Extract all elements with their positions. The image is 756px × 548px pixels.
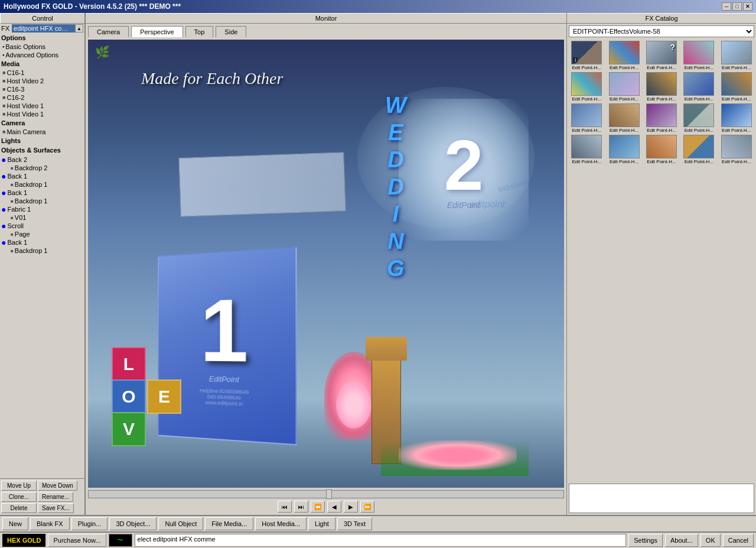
media-host-video-2[interactable]: ■Host Video 2 [0, 77, 84, 85]
blank-fx-button[interactable]: Blank FX [30, 517, 70, 530]
advanced-options-item[interactable]: ▪ Advanced Options [0, 51, 84, 59]
backdrop1-item-b[interactable]: ■Backdrop 1 [0, 197, 84, 205]
move-up-button[interactable]: Move Up [1, 481, 37, 491]
media-host-video-1b[interactable]: ■Host Video 1 [0, 110, 84, 118]
close-button[interactable]: ✕ [743, 2, 752, 11]
v01-item[interactable]: ■V01 [0, 214, 84, 221]
fx-thumb-16[interactable]: Edit Point-H... [569, 135, 604, 164]
options-section: Options ▪ Basic Options ▪ Advanced Optio… [0, 33, 84, 59]
cancel-button[interactable]: Cancel [723, 534, 754, 547]
fx-thumb-img-15 [721, 103, 752, 127]
minimize-button[interactable]: ─ [722, 2, 731, 11]
fx-thumb-1[interactable]: 1 Edit Point-H... [569, 41, 604, 70]
fx-thumb-11[interactable]: Edit Point-H... [569, 103, 604, 133]
watermark-editpoint: editpoint [470, 199, 506, 210]
back1-item-a[interactable]: ●Back 1 [0, 171, 84, 181]
move-down-button[interactable]: Move Down [38, 481, 77, 491]
null-object-button[interactable]: Null Object [158, 517, 203, 530]
ok-button[interactable]: OK [700, 534, 721, 547]
fx-thumb-17[interactable]: Edit Point-H... [606, 135, 641, 164]
3d-text-button[interactable]: 3D Text [337, 517, 372, 530]
transport-to-end[interactable]: ⏭ [294, 501, 308, 513]
host-media-button[interactable]: Host Media... [255, 517, 307, 530]
about-button[interactable]: About... [665, 534, 698, 547]
fx-thumb-img-5 [721, 41, 752, 64]
backdrop2-item[interactable]: ■Backdrop 2 [0, 164, 84, 171]
fx-thumb-4[interactable]: Edit Point-H... [681, 41, 716, 70]
wave-icon: ~ [109, 534, 132, 547]
fx-scroll-up[interactable]: ▲ [75, 24, 83, 33]
fx-thumb-img-10 [721, 72, 752, 96]
maximize-button[interactable]: □ [732, 2, 742, 11]
fx-thumb-15[interactable]: Edit Point-H... [719, 103, 754, 133]
back1-item-b[interactable]: ●Back 1 [0, 188, 84, 197]
fx-thumb-10[interactable]: Edit Point-H... [719, 72, 754, 102]
fx-thumb-9[interactable]: Edit Point-H... [681, 72, 716, 102]
save-fx-button[interactable]: Save FX... [38, 503, 74, 513]
vine-decoration: 🌿 [95, 46, 142, 193]
fx-thumb-19[interactable]: Edit Point-H... [681, 135, 716, 164]
fx-thumb-3[interactable]: ? Edit Point-H... [644, 41, 679, 70]
fx-thumb-img-4 [683, 41, 714, 64]
fx-dropdown-row: EDITPOINT-EffectsVolume-58 [567, 24, 756, 39]
scroll-item[interactable]: ●Scroll [0, 221, 84, 231]
back1-item-c[interactable]: ●Back 1 [0, 238, 84, 247]
number-1: 1 [200, 285, 249, 375]
rename-button[interactable]: Rename... [38, 492, 73, 502]
monitor-header: Monitor [86, 13, 566, 24]
fx-highlight[interactable]: editpoint HFX comme [12, 24, 75, 33]
fx-thumb-6[interactable]: Edit Point-H... [569, 72, 604, 102]
light-button[interactable]: Light [308, 517, 335, 530]
basic-options-item[interactable]: ▪ Basic Options [0, 43, 84, 51]
status-bar: HEX GOLD Purchase Now... ~ elect editpoi… [0, 531, 756, 548]
media-c16-1[interactable]: ■C16-1 [0, 69, 84, 77]
backdrop1-item-a[interactable]: ■Backdrop 1 [0, 181, 84, 188]
fabric1-item[interactable]: ●Fabric 1 [0, 205, 84, 214]
new-button[interactable]: New [2, 517, 28, 530]
fx-thumb-8[interactable]: Edit Point-H... [644, 72, 679, 102]
back2-item[interactable]: ●Back 2 [0, 155, 84, 164]
fx-thumb-20[interactable]: Edit Point-H... [719, 135, 754, 164]
media-c16-2[interactable]: ■C16-2 [0, 93, 84, 102]
transport-play-forward[interactable]: ▶ [344, 501, 358, 513]
transport-prev-frame[interactable]: ⏪ [311, 501, 325, 513]
fx-row: FX editpoint HFX comme ▲ [0, 24, 84, 33]
tab-perspective[interactable]: Perspective [131, 26, 183, 37]
transport-next-frame[interactable]: ⏩ [360, 501, 374, 513]
purchase-button[interactable]: Purchase Now... [48, 534, 106, 547]
timeline-thumb[interactable] [326, 489, 332, 499]
tab-side[interactable]: Side [216, 26, 246, 37]
fx-catalog-header: FX Catalog [567, 13, 756, 24]
settings-button[interactable]: Settings [628, 534, 663, 547]
tab-top[interactable]: Top [185, 26, 214, 37]
backdrop1-item-c[interactable]: ■Backdrop 1 [0, 247, 84, 254]
monitor-timeline[interactable] [88, 490, 564, 498]
fx-thumb-5[interactable]: Edit Point-H... [719, 41, 754, 70]
transport-to-start[interactable]: ⏮ [278, 501, 292, 513]
fx-catalog-dropdown[interactable]: EDITPOINT-EffectsVolume-58 [569, 25, 754, 37]
fx-thumb-12[interactable]: Edit Point-H... [606, 103, 641, 133]
fx-thumb-img-3: ? [646, 41, 677, 64]
fx-thumb-label-4: Edit Point-H... [682, 65, 715, 70]
fx-thumb-label-20: Edit Point-H... [720, 159, 753, 164]
fx-thumb-2[interactable]: Edit Point-H... [606, 41, 641, 70]
3d-object-button[interactable]: 3D Object... [109, 517, 157, 530]
media-c16-3[interactable]: ■C16-3 [0, 85, 84, 93]
fx-thumb-img-1: 1 [571, 41, 602, 64]
fx-thumb-18[interactable]: Edit Point-H... [644, 135, 679, 164]
delete-button[interactable]: Delete [1, 503, 37, 513]
page-item[interactable]: ■Page [0, 231, 84, 238]
media-host-video-1a[interactable]: ■Host Video 1 [0, 102, 84, 110]
fx-thumb-13[interactable]: Edit Point-H... [644, 103, 679, 133]
fx-thumb-7[interactable]: Edit Point-H... [606, 72, 641, 102]
fx-thumb-14[interactable]: Edit Point-H... [681, 103, 716, 133]
transport-play-back[interactable]: ◀ [327, 501, 341, 513]
clone-button[interactable]: Clone... [1, 492, 37, 502]
file-media-button[interactable]: File Media... [205, 517, 253, 530]
plugin-button[interactable]: Plugin... [71, 517, 108, 530]
tab-camera[interactable]: Camera [88, 26, 129, 37]
objects-surfaces-label: Objects & Surfaces [0, 145, 84, 155]
flowers-2 [336, 381, 372, 429]
main-camera-item[interactable]: ■Main Camera [0, 128, 84, 136]
status-message: elect editpoint HFX comme [135, 534, 627, 547]
